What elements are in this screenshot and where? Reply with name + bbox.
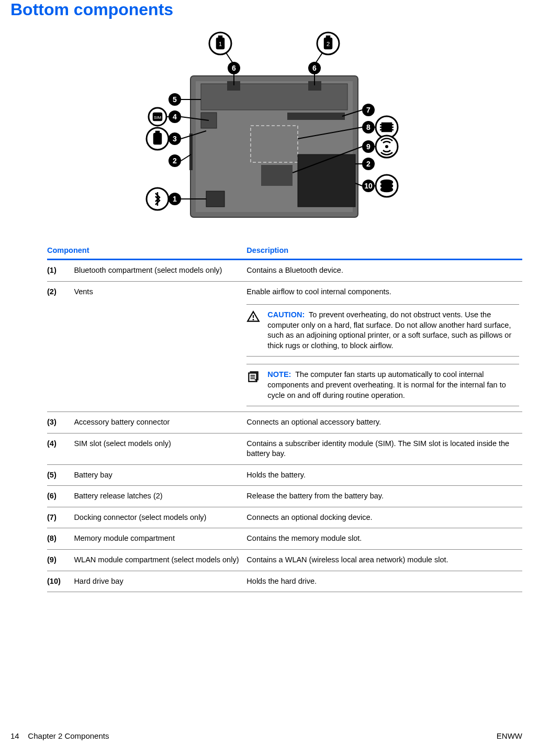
table-row: (6)Battery release latches (2)Release th… xyxy=(47,486,522,507)
components-table: Component Description (1)Bluetooth compa… xyxy=(47,242,522,592)
svg-text:10: 10 xyxy=(364,182,373,190)
row-index: (7) xyxy=(47,507,74,528)
svg-rect-8 xyxy=(298,154,355,207)
svg-text:1: 1 xyxy=(219,41,222,47)
page-title: Bottom components xyxy=(10,0,522,19)
svg-rect-6 xyxy=(287,113,345,120)
svg-line-78 xyxy=(316,53,322,62)
row-component: Bluetooth compartment (select models onl… xyxy=(74,260,246,282)
svg-text:9: 9 xyxy=(366,142,370,151)
table-row: (8)Memory module compartmentContains the… xyxy=(47,528,522,550)
svg-rect-11 xyxy=(189,134,193,170)
callout-text: CAUTION: To prevent overheating, do not … xyxy=(267,310,519,351)
svg-rect-64 xyxy=(154,134,161,144)
table-row: (1)Bluetooth compartment (select models … xyxy=(47,260,522,282)
row-index: (2) xyxy=(47,281,74,412)
caution-icon xyxy=(246,310,262,351)
svg-rect-60 xyxy=(327,36,330,38)
svg-rect-10 xyxy=(206,191,224,207)
svg-text:5: 5 xyxy=(173,95,177,104)
svg-text:3: 3 xyxy=(173,135,177,143)
chapter-label: Chapter 2 Components xyxy=(28,731,109,740)
svg-point-73 xyxy=(385,145,388,148)
svg-rect-2 xyxy=(201,84,347,110)
note-icon xyxy=(246,370,262,401)
row-index: (6) xyxy=(47,486,74,507)
svg-text:2: 2 xyxy=(366,160,370,168)
diagram-figure: 6 6 5 4 3 2 1 7 8 9 2 10 xyxy=(10,29,522,229)
col-component: Component xyxy=(47,242,246,260)
table-row: (2)VentsEnable airflow to cool internal … xyxy=(47,281,522,412)
row-description: Connects an optional accessory battery. xyxy=(246,412,522,433)
callout-label: CAUTION: xyxy=(267,310,307,319)
row-description: Enable airflow to cool internal componen… xyxy=(246,281,522,412)
row-component: Hard drive bay xyxy=(74,571,246,592)
svg-rect-65 xyxy=(156,131,159,134)
row-description: Connects an optional docking device. xyxy=(246,507,522,528)
row-description: Contains a Bluetooth device. xyxy=(246,260,522,282)
table-row: (7)Docking connector (select models only… xyxy=(47,507,522,528)
svg-text:7: 7 xyxy=(366,106,370,114)
row-component: Docking connector (select models only) xyxy=(74,507,246,528)
page-number: 14 xyxy=(10,731,19,740)
svg-point-86 xyxy=(253,319,254,320)
callout-text: NOTE: The computer fan starts up automat… xyxy=(267,370,519,401)
caution-callout: CAUTION: To prevent overheating, do not … xyxy=(246,304,519,357)
row-component: SIM slot (select models only) xyxy=(74,433,246,464)
row-index: (10) xyxy=(47,571,74,592)
col-description: Description xyxy=(246,242,522,260)
row-index: (3) xyxy=(47,412,74,433)
row-index: (4) xyxy=(47,433,74,464)
footer-right: ENWW xyxy=(497,731,522,740)
table-row: (3)Accessory battery connectorConnects a… xyxy=(47,412,522,433)
svg-text:4: 4 xyxy=(173,113,177,121)
row-description: Contains the memory module slot. xyxy=(246,528,522,550)
row-component: WLAN module compartment (select models o… xyxy=(74,550,246,571)
svg-text:SIM: SIM xyxy=(154,115,162,120)
table-row: (5)Battery bayHolds the battery. xyxy=(47,464,522,486)
row-component: Memory module compartment xyxy=(74,528,246,550)
row-description: Release the battery from the battery bay… xyxy=(246,486,522,507)
row-description: Contains a subscriber identity module (S… xyxy=(246,433,522,464)
svg-rect-66 xyxy=(382,123,391,131)
svg-text:8: 8 xyxy=(366,123,370,131)
table-row: (9)WLAN module compartment (select model… xyxy=(47,550,522,571)
row-description: Contains a WLAN (wireless local area net… xyxy=(246,550,522,571)
svg-text:1: 1 xyxy=(173,195,177,203)
row-index: (1) xyxy=(47,260,74,282)
note-callout: NOTE: The computer fan starts up automat… xyxy=(246,364,519,406)
row-description: Holds the hard drive. xyxy=(246,571,522,592)
svg-text:6: 6 xyxy=(312,64,317,72)
svg-rect-9 xyxy=(261,165,293,186)
svg-text:6: 6 xyxy=(232,64,236,72)
svg-text:2: 2 xyxy=(327,41,330,47)
row-component: Accessory battery connector xyxy=(74,412,246,433)
row-index: (8) xyxy=(47,528,74,550)
row-component: Battery release latches (2) xyxy=(74,486,246,507)
table-row: (4)SIM slot (select models only)Contains… xyxy=(47,433,522,464)
svg-text:2: 2 xyxy=(173,157,177,165)
row-index: (5) xyxy=(47,464,74,486)
table-row: (10)Hard drive bayHolds the hard drive. xyxy=(47,571,522,592)
svg-line-77 xyxy=(226,53,232,62)
bottom-components-diagram: 6 6 5 4 3 2 1 7 8 9 2 10 xyxy=(130,29,402,228)
row-description: Holds the battery. xyxy=(246,464,522,486)
callout-label: NOTE: xyxy=(267,370,293,379)
row-component: Battery bay xyxy=(74,464,246,486)
page-footer: 14 Chapter 2 Components ENWW xyxy=(10,731,522,740)
svg-rect-57 xyxy=(219,36,222,38)
row-component: Vents xyxy=(74,281,246,412)
svg-point-76 xyxy=(381,187,392,192)
row-index: (9) xyxy=(47,550,74,571)
